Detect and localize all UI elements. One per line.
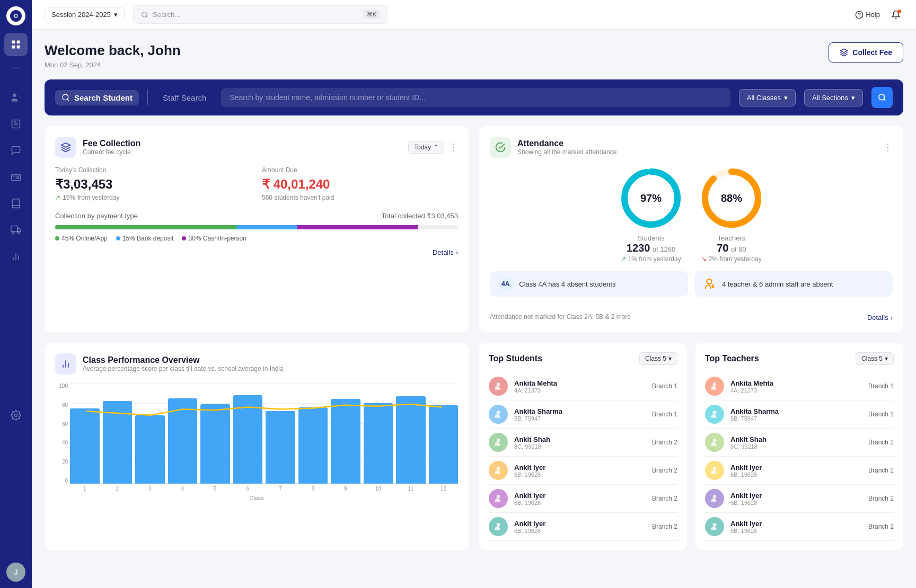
- teachers-pct-label: 88%: [721, 192, 742, 204]
- help-button[interactable]: Help: [855, 11, 880, 19]
- teacher-list-item[interactable]: Ankit Iyer 6B, 19628 Branch 2: [705, 457, 894, 485]
- attendance-alerts: 4A Class 4A has 4 absent students 4 teac…: [490, 271, 893, 302]
- teacher-list-item[interactable]: Ankit Iyer 6B, 19628 Branch 2: [705, 485, 894, 513]
- payment-breakdown: Collection by payment type Total collect…: [55, 212, 458, 242]
- student-search-input[interactable]: [221, 88, 730, 107]
- fee-icon: [55, 137, 76, 158]
- chart-bar: [429, 405, 459, 484]
- svg-rect-4: [12, 67, 21, 68]
- svg-rect-10: [12, 174, 21, 181]
- top-students-header: Top Students Class 5 ▾: [489, 352, 677, 365]
- global-search[interactable]: Search... ⌘K: [133, 5, 387, 24]
- attendance-more-button[interactable]: ⋮: [883, 141, 893, 153]
- student-list-item[interactable]: Ankit Iyer 6B, 19628 Branch 2: [489, 457, 677, 485]
- sidebar-item-students[interactable]: [4, 86, 28, 109]
- search-student-tab[interactable]: Search Student: [55, 90, 139, 105]
- svg-point-36: [497, 439, 500, 442]
- bank-segment: [236, 225, 297, 229]
- chart-bar: [200, 404, 230, 484]
- chart-area: 123456789101112: [70, 383, 458, 492]
- chart-bar: [70, 408, 100, 484]
- section-filter[interactable]: All Sections ▾: [804, 89, 863, 106]
- svg-line-19: [146, 16, 148, 17]
- session-selector[interactable]: Session 2024-2025 ▾: [45, 7, 125, 22]
- sidebar-item-dashboard[interactable]: [4, 33, 28, 56]
- fee-card-title: Fee Collection: [83, 139, 140, 148]
- cash-legend: 30% Cash/In-person: [182, 235, 246, 242]
- svg-point-41: [713, 411, 717, 414]
- chart-bar: [396, 396, 426, 484]
- chart-bar: [233, 395, 263, 484]
- student-list-item[interactable]: Ankit Shah 8C, 99218 Branch 2: [489, 429, 677, 457]
- online-segment: [55, 225, 236, 229]
- sidebar-item-reports[interactable]: [4, 112, 28, 136]
- x-axis-label: 6: [233, 486, 263, 492]
- sidebar-item-messages[interactable]: [4, 139, 28, 162]
- svg-point-43: [713, 467, 717, 470]
- today-collection-trend: ↗ 15% from yesterday: [55, 194, 251, 201]
- sidebar-item-finance[interactable]: [4, 165, 28, 189]
- sidebar-item-transport[interactable]: [4, 218, 28, 242]
- student-list-item[interactable]: Ankit Iyer 6B, 19628 Branch 2: [489, 513, 677, 541]
- teacher-avatar: [705, 461, 724, 480]
- student-list-item[interactable]: Ankit Iyer 6B, 19628 Branch 2: [489, 485, 677, 513]
- attendance-details-link[interactable]: Details ›: [867, 314, 893, 322]
- fee-more-button[interactable]: ⋮: [448, 141, 458, 153]
- page-header-left: Welcome back, John Mon 02 Sep, 2024: [45, 42, 181, 69]
- search-submit-button[interactable]: [871, 87, 893, 108]
- today-collection-metric: Today's Collection ₹3,03,453 ↗ 15% from …: [55, 166, 251, 201]
- teacher-list-item[interactable]: Ankit Iyer 6B, 19628 Branch 2: [705, 513, 894, 541]
- attendance-icon: [490, 137, 511, 158]
- notification-bell[interactable]: [888, 7, 903, 22]
- fee-card-header: Fee Collection Current fee cycle Today ⌃…: [55, 137, 458, 158]
- teacher-detail: 8C, 99218: [730, 443, 862, 450]
- students-of: of: [653, 245, 660, 253]
- chart-bar: [331, 399, 360, 484]
- svg-point-38: [497, 495, 500, 498]
- chart-bar: [168, 398, 198, 484]
- topnav: Session 2024-2025 ▾ Search... ⌘K Help: [32, 0, 916, 30]
- collect-fee-button[interactable]: Collect Fee: [829, 42, 903, 63]
- user-avatar[interactable]: J: [6, 563, 25, 582]
- chevron-down-icon: ▾: [784, 94, 788, 102]
- period-selector[interactable]: Today ⌃: [408, 141, 444, 154]
- teacher-info: Ankit Iyer 6B, 19628: [730, 520, 862, 534]
- teacher-list-item[interactable]: Ankita Mehta 4A, 21373 Branch 1: [705, 372, 894, 400]
- fee-details-link[interactable]: Details ›: [55, 248, 458, 256]
- fee-title-text: Fee Collection Current fee cycle: [83, 139, 140, 156]
- sidebar-item-library[interactable]: [4, 192, 28, 215]
- performance-icon: [55, 353, 76, 375]
- student-list-item[interactable]: Ankita Sharma 5B, 75947 Branch 1: [489, 400, 677, 429]
- x-axis-label: 7: [266, 486, 295, 492]
- top-teachers-filter[interactable]: Class 5 ▾: [856, 352, 894, 365]
- teacher-avatar: [705, 377, 724, 396]
- performance-card: Class Performance Overview Average perce…: [45, 343, 469, 550]
- sidebar-item-modules[interactable]: [4, 59, 28, 83]
- svg-point-40: [713, 382, 717, 386]
- app-logo[interactable]: O: [6, 6, 25, 25]
- staff-search-tab[interactable]: Staff Search: [156, 90, 213, 105]
- student-avatar: [489, 517, 508, 536]
- class-filter[interactable]: All Classes ▾: [739, 89, 796, 106]
- top-students-card: Top Students Class 5 ▾ Ankita Mehta 4A, …: [479, 343, 687, 550]
- svg-point-35: [497, 411, 500, 414]
- chevron-down-icon: ▾: [885, 355, 888, 362]
- top-students-filter[interactable]: Class 5 ▾: [639, 352, 677, 365]
- student-name: Ankit Iyer: [514, 492, 646, 500]
- sidebar-item-settings[interactable]: [4, 404, 28, 427]
- svg-point-42: [713, 439, 717, 442]
- teachers-trend: ↘ 2% from yesterday: [701, 255, 761, 263]
- svg-point-39: [497, 523, 500, 527]
- sidebar-item-analytics[interactable]: [4, 245, 28, 268]
- students-count-row: 1230 of 1260: [621, 242, 681, 254]
- total-collected-label: Total collected ₹3,03,453: [381, 212, 458, 220]
- svg-point-12: [12, 231, 14, 234]
- attendance-warning: Attendance not marked for Class 2A, 5B &…: [490, 313, 631, 320]
- student-list-item[interactable]: Ankita Mehta 4A, 21373 Branch 1: [489, 372, 677, 400]
- teacher-list-item[interactable]: Ankit Shah 8C, 99218 Branch 2: [705, 429, 894, 457]
- svg-point-5: [13, 94, 16, 97]
- topnav-right: Help: [855, 7, 903, 22]
- chart-container: 100 80 60 40 20 0: [55, 383, 458, 492]
- teacher-list-item[interactable]: Ankita Sharma 5B, 75947 Branch 1: [705, 400, 894, 429]
- student-branch: Branch 2: [652, 523, 677, 530]
